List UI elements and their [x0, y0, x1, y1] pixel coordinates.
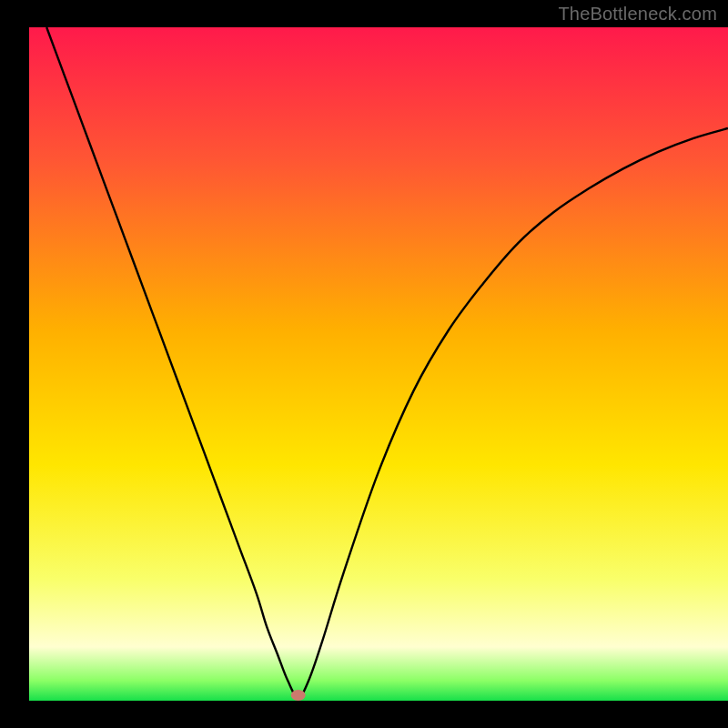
chart-frame: TheBottleneck.com: [0, 0, 728, 728]
bottleneck-chart: [0, 0, 728, 728]
watermark-text: TheBottleneck.com: [558, 4, 717, 25]
plot-background: [29, 27, 728, 701]
minimum-marker: [291, 690, 306, 701]
